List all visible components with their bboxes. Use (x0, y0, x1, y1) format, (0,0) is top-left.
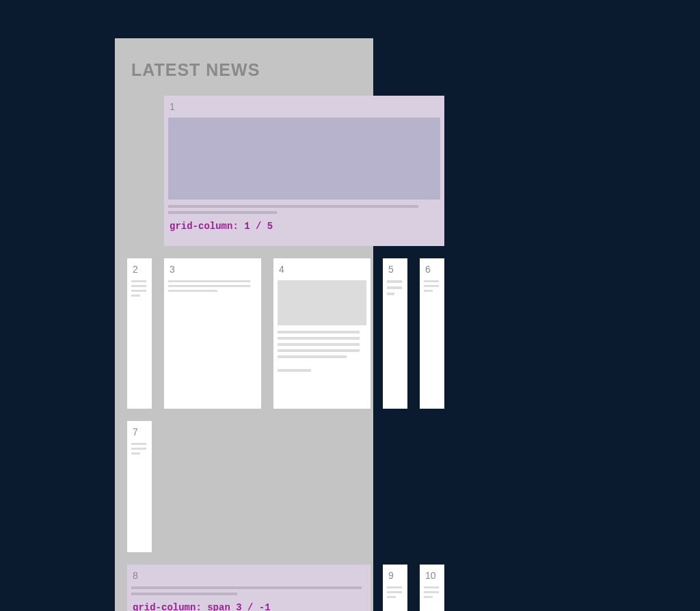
grid-item-3: 3 (164, 258, 261, 409)
image-placeholder (168, 118, 440, 200)
text-lines (387, 586, 403, 598)
card-number: 7 (131, 426, 148, 437)
card-number: 2 (131, 264, 148, 275)
text-lines (168, 205, 440, 214)
text-lines (424, 586, 440, 598)
grid-item-9: 9 (383, 565, 407, 611)
grid-item-8: 8 grid-column: span 3 / -1 (127, 565, 371, 611)
card-number: 3 (168, 264, 257, 275)
image-placeholder (278, 280, 366, 325)
text-lines (424, 280, 440, 292)
css-annotation: grid-column: 1 / 5 (168, 221, 440, 232)
panel-title: LATEST NEWS (119, 42, 369, 95)
css-annotation: grid-column: span 3 / -1 (131, 602, 366, 611)
card-number: 4 (278, 264, 366, 275)
text-lines (387, 280, 403, 295)
text-lines (168, 280, 257, 292)
text-lines (131, 280, 148, 297)
card-number: 5 (387, 264, 403, 275)
card-number: 8 (131, 570, 366, 581)
card-number: 1 (168, 101, 440, 112)
grid-item-6: 6 (420, 258, 444, 409)
grid-item-10: 10 (420, 565, 444, 611)
text-lines (131, 586, 366, 595)
card-number: 6 (424, 264, 440, 275)
card-number: 9 (387, 570, 403, 581)
grid-item-2: 2 (127, 258, 152, 409)
text-lines (131, 443, 148, 454)
grid-item-7: 7 (127, 421, 152, 552)
grid-item-4: 4 (273, 258, 371, 409)
grid-item-5: 5 (383, 258, 407, 409)
card-number: 10 (424, 570, 440, 581)
grid-item-1: 1 grid-column: 1 / 5 (164, 96, 444, 246)
grid-diagram: 1 grid-column: 1 / 5 2 3 4 (127, 96, 454, 611)
text-lines (278, 331, 366, 372)
